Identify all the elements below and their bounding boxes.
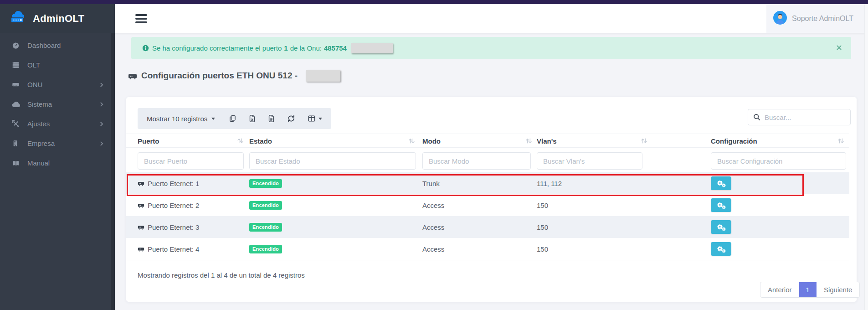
brand-logo-icon <box>10 11 29 26</box>
mode-cell: Trunk <box>422 172 440 194</box>
vlans-cell: 111, 112 <box>537 172 562 194</box>
olt-icon <box>12 61 27 69</box>
sidebar-scrollbar[interactable] <box>111 33 115 310</box>
pagination: Anterior 1 Siguiente <box>760 282 860 298</box>
alert-message: Se ha configurado correctamente el puert… <box>152 43 393 53</box>
adminolt-app: AdminOLT Dashboard OLT ONU <box>0 0 868 310</box>
table-header: Puerto Estado Modo Vlan's Configuración <box>126 134 849 148</box>
column-header-configuracion[interactable]: Configuración <box>711 134 757 148</box>
success-alert: Se ha configurado correctamente el puert… <box>131 37 851 59</box>
info-icon <box>142 45 149 52</box>
search-input[interactable] <box>765 114 842 121</box>
status-badge: Encendido <box>249 245 282 253</box>
records-summary: Mostrando registros del 1 al 4 de un tot… <box>138 271 305 279</box>
pagination-prev-button[interactable]: Anterior <box>760 282 799 297</box>
chevron-right-icon <box>99 83 103 87</box>
sidebar: AdminOLT Dashboard OLT ONU <box>0 4 115 310</box>
vlans-cell: 150 <box>537 216 548 238</box>
sidebar-item-sistema[interactable]: Sistema <box>0 94 115 114</box>
page-title: Configuración puertos ETH ONU 512 - <box>128 70 340 82</box>
port-label: Puerto Eternet: 3 <box>148 223 199 231</box>
sidebar-item-manual[interactable]: Manual <box>0 153 115 173</box>
configure-port-button[interactable] <box>711 176 731 190</box>
page-title-text: Configuración puertos ETH ONU 512 - <box>141 71 298 81</box>
mode-cell: Access <box>422 216 444 238</box>
sidebar-item-onu[interactable]: ONU <box>0 75 115 94</box>
table-row: Puerto Eternet: 1 Encendido Trunk 111, 1… <box>126 172 849 194</box>
vlans-cell: 150 <box>537 194 548 216</box>
table-row: Puerto Eternet: 4 Encendido Access 150 <box>126 238 849 260</box>
configure-port-button[interactable] <box>711 220 731 234</box>
cogs-icon <box>716 179 726 188</box>
building-icon <box>12 140 27 147</box>
sidebar-item-olt[interactable]: OLT <box>0 55 115 75</box>
refresh-icon[interactable] <box>287 114 295 123</box>
filter-puerto-input[interactable] <box>138 152 244 170</box>
file-icon[interactable] <box>268 114 275 123</box>
chevron-right-icon <box>99 141 103 146</box>
sidebar-item-ajustes[interactable]: Ajustes <box>0 114 115 134</box>
column-header-puerto[interactable]: Puerto <box>138 134 159 148</box>
tools-icon <box>12 120 27 128</box>
status-badge: Encendido <box>249 223 282 232</box>
alert-onu-number: 485754 <box>324 44 347 52</box>
redacted-text <box>351 43 393 53</box>
sidebar-item-label: Empresa <box>27 140 55 147</box>
pagination-next-button[interactable]: Siguiente <box>817 282 860 297</box>
show-entries-select[interactable]: Mostrar 10 registros <box>147 115 215 123</box>
brand-name: AdminOLT <box>33 13 84 25</box>
table-filters <box>126 148 849 172</box>
page-scrollbar[interactable] <box>864 4 868 310</box>
port-label: Puerto Eternet: 1 <box>148 180 199 187</box>
menu-icon[interactable] <box>135 14 147 25</box>
dashboard-icon <box>12 41 27 49</box>
column-header-vlans[interactable]: Vlan's <box>537 134 557 148</box>
mode-cell: Access <box>422 194 444 216</box>
sort-icon <box>641 138 647 144</box>
excel-icon[interactable] <box>249 114 256 123</box>
cogs-icon <box>716 201 726 210</box>
cogs-icon <box>716 245 726 253</box>
configure-port-button[interactable] <box>711 198 731 212</box>
cogs-icon <box>716 223 726 232</box>
copy-icon[interactable] <box>229 114 236 123</box>
window-top-strip <box>0 0 868 4</box>
column-header-estado[interactable]: Estado <box>249 134 272 148</box>
filter-vlans-input[interactable] <box>537 152 642 170</box>
configure-port-button[interactable] <box>711 242 731 256</box>
mode-cell: Access <box>422 238 444 260</box>
topbar: Soporte AdminOLT <box>115 4 868 33</box>
status-badge: Encendido <box>249 201 282 210</box>
chevron-right-icon <box>99 102 103 107</box>
port-icon <box>138 181 144 186</box>
port-cell: Puerto Eternet: 1 <box>138 172 199 194</box>
sidebar-item-dashboard[interactable]: Dashboard <box>0 36 115 55</box>
filter-modo-input[interactable] <box>422 152 531 170</box>
sidebar-item-label: Ajustes <box>27 120 50 128</box>
sidebar-item-empresa[interactable]: Empresa <box>0 134 115 153</box>
ports-table-card: Mostrar 10 registros <box>126 97 857 302</box>
search-box <box>748 109 851 125</box>
filter-configuracion-input[interactable] <box>711 152 846 170</box>
table-row: Puerto Eternet: 3 Encendido Access 150 <box>126 216 849 238</box>
alert-text: de la Onu: <box>290 44 322 52</box>
onu-icon <box>12 81 27 88</box>
column-header-modo[interactable]: Modo <box>422 134 441 148</box>
close-icon[interactable] <box>836 45 842 51</box>
pagination-page-1[interactable]: 1 <box>799 282 817 297</box>
sidebar-item-label: Manual <box>27 159 50 167</box>
port-icon <box>138 202 144 208</box>
vlans-cell: 150 <box>537 238 548 260</box>
table-row: Puerto Eternet: 2 Encendido Access 150 <box>126 194 849 216</box>
redacted-text <box>306 70 340 82</box>
brand[interactable]: AdminOLT <box>0 4 115 33</box>
sidebar-item-label: Dashboard <box>27 41 61 49</box>
filter-estado-input[interactable] <box>249 152 416 170</box>
port-cell: Puerto Eternet: 4 <box>138 238 199 260</box>
port-cell: Puerto Eternet: 2 <box>138 194 199 216</box>
user-menu[interactable]: Soporte AdminOLT <box>766 4 864 33</box>
port-icon <box>138 246 144 252</box>
sort-icon <box>408 138 415 144</box>
columns-icon[interactable] <box>308 115 322 122</box>
sidebar-item-label: ONU <box>27 81 42 88</box>
